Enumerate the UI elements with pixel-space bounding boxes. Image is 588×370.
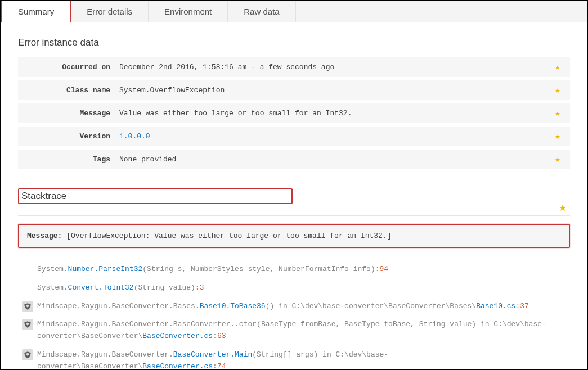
stackframe-list: System.Number.ParseInt32(String s, Numbe… (18, 260, 570, 370)
star-icon[interactable]: ★ (551, 131, 564, 142)
stackframe-text: Mindscape.Raygun.BaseConverter.BaseConve… (37, 319, 570, 342)
tab-summary[interactable]: Summary (1, 0, 71, 22)
stackframe-text: Mindscape.Raygun.BaseConverter.BaseConve… (37, 349, 570, 370)
stacktrace-header: Stacktrace ★ (18, 188, 570, 216)
error-instance-table: Occurred on December 2nd 2016, 1:58:16 a… (18, 57, 570, 169)
row-occurred-on: Occurred on December 2nd 2016, 1:58:16 a… (18, 57, 570, 77)
source-provider-icon[interactable] (22, 349, 33, 360)
source-provider-icon[interactable] (22, 301, 33, 312)
label-tags: Tags (18, 155, 119, 164)
stackframe-text: System.Convert.ToInt32(String value):3 (37, 282, 570, 294)
row-tags: Tags None provided ★ (18, 150, 570, 169)
value-version[interactable]: 1.0.0.0 (119, 132, 551, 141)
stackframe-text: Mindscape.Raygun.BaseConverter.Bases.Bas… (37, 301, 570, 313)
label-message: Message (18, 109, 119, 118)
star-icon[interactable]: ★ (551, 108, 564, 119)
stackframe: System.Number.ParseInt32(String s, Numbe… (18, 260, 570, 279)
tab-error-details[interactable]: Error details (71, 1, 149, 22)
label-occurred-on: Occurred on (18, 63, 119, 71)
section-title-stacktrace: Stacktrace (18, 188, 293, 204)
value-occurred-on: December 2nd 2016, 1:58:16 am - a few se… (119, 63, 551, 71)
star-icon[interactable]: ★ (559, 202, 570, 213)
stackframe: Mindscape.Raygun.BaseConverter.BaseConve… (18, 315, 570, 346)
tab-raw-data[interactable]: Raw data (228, 1, 295, 22)
row-class-name: Class name System.OverflowException ★ (18, 80, 570, 100)
row-message: Message Value was either too large or to… (18, 103, 570, 123)
stackframe: Mindscape.Raygun.BaseConverter.BaseConve… (18, 346, 570, 370)
value-class-name: System.OverflowException (119, 86, 551, 94)
stackframe-text: System.Number.ParseInt32(String s, Numbe… (37, 264, 570, 276)
source-provider-icon[interactable] (22, 319, 33, 330)
section-title-error-instance: Error instance data (18, 37, 570, 48)
label-version: Version (18, 132, 119, 141)
star-icon[interactable]: ★ (551, 85, 564, 96)
value-message: Value was either too large or too small … (119, 109, 551, 118)
stackframe: Mindscape.Raygun.BaseConverter.Bases.Bas… (18, 297, 570, 316)
row-version: Version 1.0.0.0 ★ (18, 127, 570, 146)
tab-environment[interactable]: Environment (149, 1, 228, 22)
value-tags: None provided (119, 155, 551, 164)
star-icon[interactable]: ★ (551, 62, 564, 73)
stacktrace-message-box: Message: [OverflowException: Value was e… (18, 224, 570, 248)
label-class-name: Class name (18, 86, 119, 94)
star-icon[interactable]: ★ (551, 154, 564, 165)
stackframe: System.Convert.ToInt32(String value):3 (18, 279, 570, 297)
stacktrace-message-label: Message: (27, 232, 62, 240)
tab-bar: Summary Error details Environment Raw da… (1, 1, 587, 22)
content-area: Error instance data Occurred on December… (1, 22, 587, 370)
stacktrace-message-value: [OverflowException: Value was either too… (66, 232, 391, 240)
